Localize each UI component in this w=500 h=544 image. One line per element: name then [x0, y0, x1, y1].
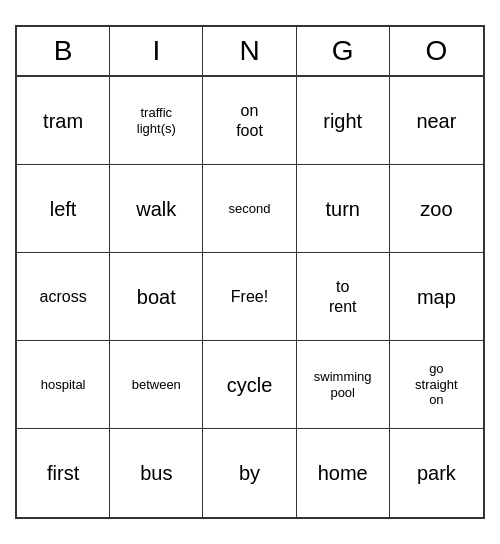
cell-20: first: [17, 429, 110, 517]
cell-16: between: [110, 341, 203, 429]
header-o: O: [390, 27, 483, 75]
cell-3: right: [297, 77, 390, 165]
bingo-grid: tramtraffic light(s)on footrightnearleft…: [17, 77, 483, 517]
cell-2: on foot: [203, 77, 296, 165]
cell-11: boat: [110, 253, 203, 341]
cell-19: go straight on: [390, 341, 483, 429]
cell-9: zoo: [390, 165, 483, 253]
cell-10: across: [17, 253, 110, 341]
cell-17: cycle: [203, 341, 296, 429]
cell-18: swimming pool: [297, 341, 390, 429]
cell-24: park: [390, 429, 483, 517]
cell-8: turn: [297, 165, 390, 253]
cell-15: hospital: [17, 341, 110, 429]
cell-13: to rent: [297, 253, 390, 341]
header-b: B: [17, 27, 110, 75]
cell-5: left: [17, 165, 110, 253]
cell-4: near: [390, 77, 483, 165]
cell-12: Free!: [203, 253, 296, 341]
header-g: G: [297, 27, 390, 75]
cell-1: traffic light(s): [110, 77, 203, 165]
header-i: I: [110, 27, 203, 75]
cell-23: home: [297, 429, 390, 517]
cell-22: by: [203, 429, 296, 517]
bingo-header: B I N G O: [17, 27, 483, 77]
cell-21: bus: [110, 429, 203, 517]
cell-0: tram: [17, 77, 110, 165]
cell-6: walk: [110, 165, 203, 253]
bingo-board: B I N G O tramtraffic light(s)on footrig…: [15, 25, 485, 519]
header-n: N: [203, 27, 296, 75]
cell-14: map: [390, 253, 483, 341]
cell-7: second: [203, 165, 296, 253]
